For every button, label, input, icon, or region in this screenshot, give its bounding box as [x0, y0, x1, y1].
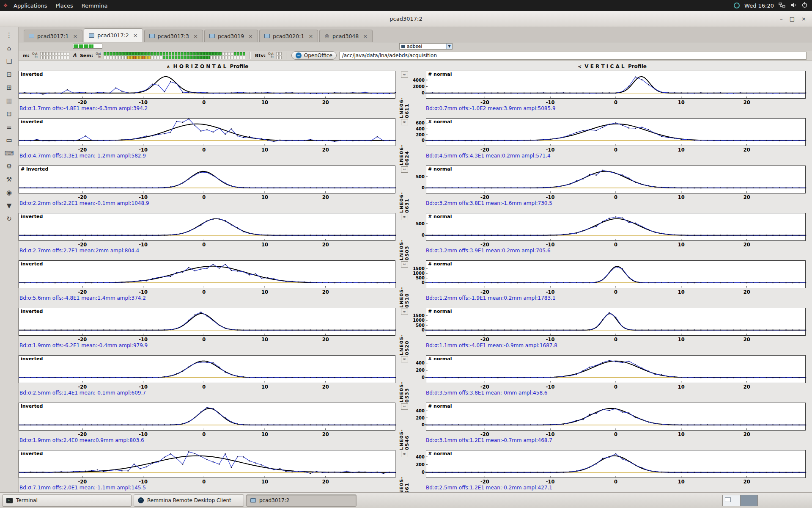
svg-text:20: 20 — [743, 479, 750, 485]
close-button[interactable]: × — [801, 16, 806, 22]
monitor-icon — [149, 34, 155, 38]
vertical-profile-icon: ≺ — [578, 64, 582, 69]
status-led — [222, 56, 225, 59]
svg-text:4000: 4000 — [413, 78, 425, 83]
taskbar-item-terminal[interactable]: >_Terminal — [2, 494, 132, 507]
profile-options-button[interactable]: ≈ — [401, 72, 408, 78]
profile-options-button[interactable]: ≈ — [401, 403, 408, 410]
collapse-toolbar-icon[interactable]: ▼ — [4, 201, 14, 210]
svg-text:10: 10 — [261, 337, 268, 342]
openoffice-button[interactable]: ≈ OpenOffice — [291, 51, 337, 60]
tab-close-icon[interactable]: × — [308, 33, 313, 39]
power-icon[interactable] — [801, 2, 808, 9]
status-led — [151, 52, 154, 55]
tools-icon[interactable]: ⚒ — [4, 174, 14, 184]
svg-text:# normal: # normal — [428, 214, 452, 219]
viewport-icon[interactable]: ⊞ — [4, 83, 14, 92]
menu-remmina[interactable]: Remmina — [77, 0, 112, 11]
workspace-1[interactable] — [723, 495, 740, 506]
status-led — [142, 52, 145, 55]
window-titlebar[interactable]: pcad3017:2 – □ × — [0, 11, 812, 27]
tab-pcad3048[interactable]: ⊗pcad3048× — [319, 30, 373, 42]
scaled-mode-icon[interactable]: ▦ — [4, 96, 14, 105]
status-led — [52, 52, 55, 55]
remmina-tray-icon[interactable] — [734, 3, 740, 8]
maximize-button[interactable]: □ — [790, 16, 795, 22]
profile-options-button[interactable]: ≈ — [401, 261, 408, 268]
network-icon[interactable] — [779, 2, 785, 9]
svg-text:10: 10 — [261, 289, 268, 295]
menu-places[interactable]: Places — [51, 0, 77, 11]
profile-options-button[interactable]: ≈ — [401, 309, 408, 315]
profile-options-button[interactable]: ≈ — [401, 356, 408, 362]
status-led — [192, 56, 195, 59]
horizontal-profile-cell: -20-1001020invertedBd:σ:4.7mm offs:3.3E1… — [19, 118, 396, 166]
status-led — [204, 52, 207, 55]
svg-text:-10: -10 — [139, 194, 148, 200]
tab-pcad3020-1[interactable]: pcad3020:1× — [259, 30, 318, 42]
svg-text:inverted: inverted — [21, 309, 43, 314]
refresh-icon[interactable]: ↻ — [4, 214, 14, 224]
profile-options-button[interactable]: ≈ — [401, 451, 408, 457]
home-connection-icon[interactable]: ⌂ — [4, 43, 14, 53]
profile-row: -20-1001020invertedBd:σ:2.7mm offs:2.7E1… — [19, 213, 812, 260]
tab-pcad3019[interactable]: pcad3019× — [204, 30, 258, 42]
device-label: LNE05-0503 — [399, 220, 410, 260]
preferences-icon[interactable]: ⚙ — [4, 161, 14, 171]
tab-close-icon[interactable]: × — [248, 33, 253, 39]
monitor-icon — [250, 498, 256, 502]
status-led — [133, 52, 136, 55]
status-led — [240, 56, 242, 59]
profile-options-button[interactable]: ≈ — [401, 119, 408, 125]
status-led — [192, 52, 195, 55]
status-led — [231, 52, 233, 55]
clock[interactable]: Wed 16:20 — [744, 3, 774, 9]
keyboard-icon[interactable]: ⌨ — [4, 148, 14, 158]
vertical-profile-header: ≺V E R T I C A L Profile — [412, 64, 812, 69]
status-led — [189, 52, 192, 55]
tab-close-icon[interactable]: × — [73, 33, 77, 39]
status-led — [110, 52, 112, 55]
terminal-icon: >_ — [6, 498, 13, 503]
tab-pcad3017-3[interactable]: pcad3017:3× — [144, 30, 203, 42]
tab-close-icon[interactable]: × — [133, 32, 138, 39]
device-strip: ≈LNE05-0503 — [396, 213, 412, 260]
horizontal-profile-plot: -20-1001020inverted — [19, 308, 396, 343]
svg-text:10: 10 — [261, 431, 268, 437]
scale-quality-icon[interactable]: ⊟ — [4, 109, 14, 119]
screenshot-icon[interactable]: ◉ — [4, 188, 14, 197]
horizontal-profile-cell: -20-1001020invertedBd:σ:1.9mm offs:2.4E0… — [19, 403, 396, 450]
tab-pcad3017-2[interactable]: pcad3017:2× — [84, 28, 143, 42]
menu-applications[interactable]: Applications — [9, 0, 51, 11]
svg-text:1500: 1500 — [413, 266, 425, 271]
taskbar-item-remmina-remote-desktop-client[interactable]: ◠Remmina Remote Desktop Client — [134, 494, 244, 507]
profile-options-button[interactable]: ≈ — [401, 166, 408, 173]
options-list-icon[interactable]: ≡ — [4, 122, 14, 132]
openoffice-icon: ≈ — [296, 52, 302, 58]
fullscreen-icon[interactable]: ⊡ — [4, 69, 14, 79]
svg-text:-20: -20 — [78, 147, 87, 153]
device-strip: ≈LNE05-0561 — [396, 450, 412, 492]
workspace-2[interactable] — [740, 495, 757, 506]
minimize-button[interactable]: – — [780, 16, 783, 22]
tab-pcad3017-1[interactable]: pcad3017:1× — [24, 30, 82, 42]
volume-icon[interactable] — [790, 2, 797, 9]
adbsel-dropdown[interactable]: adbsel ▼ — [399, 43, 453, 50]
taskbar-item-pcad3017-2[interactable]: pcad3017:2 — [246, 494, 357, 507]
horizontal-fit-stats: Bd:σ:5.6mm offs:-4.8E1 mean:1.4mm ampl:3… — [19, 295, 396, 301]
acquisition-path-field[interactable]: /acc/java/data/lna/adebds/acquisition — [339, 52, 807, 60]
monitor-icon — [89, 33, 94, 38]
monitor-icon[interactable]: ▭ — [4, 135, 14, 145]
svg-text:-20: -20 — [480, 194, 489, 200]
profile-options-button[interactable]: ≈ — [401, 214, 408, 220]
tab-close-icon[interactable]: × — [363, 33, 368, 39]
svg-text:-10: -10 — [546, 431, 555, 437]
svg-text:20: 20 — [743, 99, 750, 105]
status-led — [210, 52, 213, 55]
svg-text:-10: -10 — [546, 147, 555, 153]
menu-grip-icon[interactable]: ⋮ — [4, 30, 14, 40]
svg-text:10: 10 — [678, 337, 685, 342]
profile-row: -20-1001020invertedBd:σ:1.9mm offs:-6.2E… — [19, 308, 812, 355]
duplicate-window-icon[interactable]: ❏ — [4, 56, 14, 66]
tab-close-icon[interactable]: × — [193, 33, 198, 39]
